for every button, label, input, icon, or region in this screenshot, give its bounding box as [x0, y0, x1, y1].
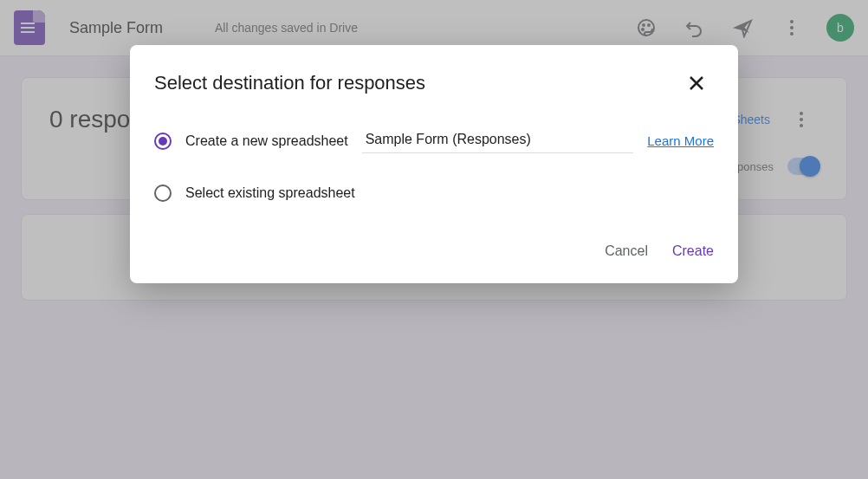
cancel-button[interactable]: Cancel: [605, 243, 648, 259]
radio-new-label[interactable]: Create a new spreadsheet: [185, 133, 348, 149]
option-new-row: Create a new spreadsheet Learn More: [154, 128, 714, 153]
destination-dialog: Select destination for responses Create …: [130, 45, 738, 283]
dialog-title: Select destination for responses: [154, 72, 679, 94]
learn-more-link[interactable]: Learn More: [647, 133, 714, 148]
create-button[interactable]: Create: [672, 243, 714, 259]
close-icon[interactable]: [679, 66, 714, 100]
radio-new[interactable]: [154, 133, 172, 150]
radio-existing-label[interactable]: Select existing spreadsheet: [185, 185, 355, 201]
radio-existing[interactable]: [154, 184, 172, 202]
option-existing-row: Select existing spreadsheet: [154, 184, 714, 202]
sheet-name-input[interactable]: [362, 128, 634, 153]
